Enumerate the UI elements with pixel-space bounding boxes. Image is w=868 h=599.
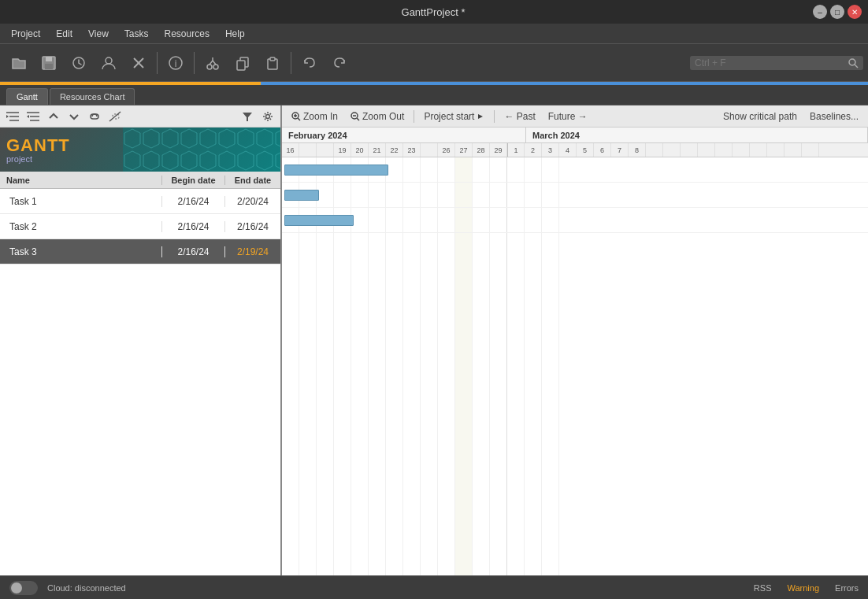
zoom-out-label: Zoom Out [362,111,404,122]
task-begin-date: 2/16/24 [162,246,225,257]
menu-edit[interactable]: Edit [48,27,80,41]
svg-line-19 [855,65,858,68]
menu-bar: Project Edit View Tasks Resources Help [0,24,868,44]
task-toolbar [0,105,280,128]
gantt-row [282,208,868,233]
past-button[interactable]: ← Past [501,110,538,123]
paste-button[interactable] [258,49,287,77]
gantt-panel: Zoom In Zoom Out Project start ← Past Fu… [282,105,868,575]
open-button[interactable] [5,49,33,77]
zoom-in-button[interactable]: Zoom In [288,110,341,123]
show-critical-path-label: Show critical path [723,111,797,122]
svg-rect-1 [46,57,52,61]
day-header: 16 19 20 21 22 23 26 27 28 29 1 2 3 4 5 … [282,143,868,157]
show-critical-path-button[interactable]: Show critical path [720,110,800,123]
day-cell [299,143,317,157]
day-cell: 20 [351,143,369,157]
warning-link[interactable]: Warning [787,583,819,593]
svg-rect-17 [270,57,275,61]
unlink-button[interactable] [106,108,124,125]
errors-link[interactable]: Errors [835,583,859,593]
day-cell [698,143,715,157]
gantt-bar-task1[interactable] [284,165,388,176]
menu-tasks[interactable]: Tasks [117,27,157,41]
save-button[interactable] [35,49,63,77]
svg-point-18 [849,59,855,65]
svg-line-26 [109,112,121,121]
window-controls: – □ ✕ [813,5,862,19]
delete-button[interactable] [124,49,153,77]
person-button[interactable] [95,49,123,77]
project-start-button[interactable]: Project start [421,110,488,123]
svg-line-32 [298,118,300,120]
svg-marker-27 [243,113,252,121]
baselines-label: Baselines... [810,111,859,122]
day-cell [681,143,698,157]
undo-button[interactable] [295,49,324,77]
day-cell: 26 [438,143,455,157]
app-title: GanttProject * [54,6,813,18]
task-name: Task 3 [0,246,162,257]
table-row[interactable]: Task 2 2/16/24 2/16/24 [0,214,280,239]
indent-list-button[interactable] [3,108,22,125]
tab-resources-chart[interactable]: Resources Chart [50,88,135,105]
cloud-status: Cloud: disconnected [47,583,126,593]
zoom-out-button[interactable]: Zoom Out [347,110,407,123]
day-cell [663,143,681,157]
menu-resources[interactable]: Resources [157,27,217,41]
col-header-begin: Begin date [162,176,225,185]
day-cell [767,143,785,157]
cloud-toggle[interactable] [9,581,38,595]
svg-line-36 [357,118,359,120]
search-input[interactable] [695,57,848,68]
logo-hex-pattern [123,128,280,172]
search-box [690,56,863,70]
day-cell: 22 [386,143,403,157]
rss-link[interactable]: RSS [754,583,772,593]
svg-line-11 [210,61,213,65]
cut-button[interactable] [198,49,227,77]
copy-button[interactable] [228,49,257,77]
task-list: Task 1 2/16/24 2/20/24 Task 2 2/16/24 2/… [0,189,280,264]
col-header-end: End date [225,176,280,185]
move-up-button[interactable] [44,108,63,125]
link-button[interactable] [85,108,104,125]
menu-help[interactable]: Help [217,27,253,41]
gantt-row [282,157,868,183]
main-area: GANTT project Name Begin date End date T… [0,105,868,575]
status-right: RSS Warning Errors [754,583,859,593]
logo-area: GANTT project [0,128,280,172]
gantt-body [282,157,868,575]
baselines-button[interactable]: Baselines... [807,110,862,123]
minimize-button[interactable]: – [813,5,827,19]
table-row[interactable]: Task 1 2/16/24 2/20/24 [0,189,280,214]
menu-project[interactable]: Project [3,27,48,41]
svg-point-28 [266,114,270,118]
february-label: February 2024 [288,131,347,140]
settings-button[interactable] [258,108,277,125]
svg-line-12 [213,61,216,65]
close-button[interactable]: ✕ [848,5,862,19]
menu-view[interactable]: View [80,27,117,41]
table-row[interactable]: Task 3 2/16/24 2/19/24 [0,239,280,264]
day-cell: 29 [490,143,507,157]
gantt-bar-task2[interactable] [284,190,319,201]
svg-text:i: i [175,58,177,69]
info-button[interactable]: i [161,49,190,77]
task-end-date: 2/19/24 [225,246,280,257]
svg-point-4 [106,57,112,64]
restore-button[interactable]: □ [830,5,844,19]
gantt-bar-task3[interactable] [284,215,354,226]
tab-gantt[interactable]: Gantt [6,88,48,105]
filter-button[interactable] [238,108,257,125]
future-button[interactable]: Future → [545,110,591,123]
outdent-list-button[interactable] [24,108,43,125]
day-cell [421,143,438,157]
redo-button[interactable] [325,49,354,77]
march-label: March 2024 [532,131,580,140]
history-button[interactable] [65,49,93,77]
toolbar: i [0,44,868,82]
move-down-button[interactable] [65,108,83,125]
past-label: ← Past [504,111,535,122]
col-header-name: Name [0,176,162,185]
